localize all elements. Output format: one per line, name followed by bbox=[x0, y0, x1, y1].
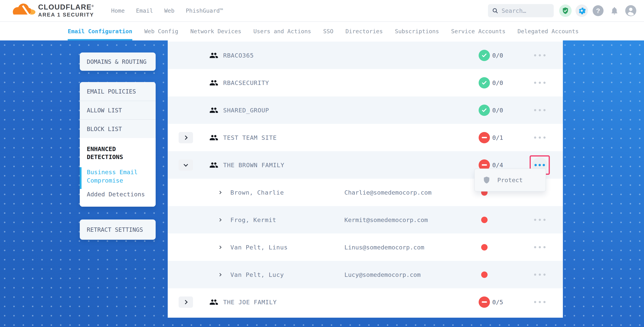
cloudflare-logo[interactable]: CLOUDFLARE® AREA 1 SECURITY bbox=[13, 3, 94, 18]
tab-service-accounts[interactable]: Service Accounts bbox=[451, 22, 506, 40]
nav-phishguard[interactable]: PhishGuard™ bbox=[186, 7, 223, 14]
status-blocked-icon bbox=[478, 132, 490, 143]
shield-check-icon[interactable] bbox=[559, 4, 572, 17]
more-menu-button[interactable] bbox=[530, 75, 550, 91]
chevron-right-icon[interactable] bbox=[218, 218, 222, 221]
collapse-row-button[interactable] bbox=[178, 159, 193, 171]
cloudflare-cloud-icon bbox=[13, 3, 36, 18]
tab-users-and-actions[interactable]: Users and Actions bbox=[253, 22, 311, 40]
group-icon bbox=[209, 133, 218, 142]
nav-web[interactable]: Web bbox=[164, 7, 174, 14]
expand-row-button[interactable] bbox=[178, 297, 193, 308]
sidebar-item-block-list[interactable]: BLOCK LIST bbox=[80, 119, 156, 138]
member-email: Lucy@somedemocorp.com bbox=[344, 271, 421, 278]
status-ok-icon bbox=[478, 77, 490, 88]
search-input[interactable] bbox=[502, 7, 544, 14]
sidebar-item-email-policies[interactable]: EMAIL POLICIES bbox=[80, 82, 156, 101]
shield-icon bbox=[482, 176, 491, 184]
status-blocked-icon bbox=[478, 297, 490, 308]
sidebar-item-domains-routing[interactable]: DOMAINS & ROUTING bbox=[80, 52, 156, 71]
tab-network-devices[interactable]: Network Devices bbox=[190, 22, 241, 40]
more-menu-button[interactable] bbox=[530, 294, 550, 310]
status-ok-icon bbox=[478, 50, 490, 61]
protection-count: 0/0 bbox=[492, 79, 503, 86]
top-bar: CLOUDFLARE® AREA 1 SECURITY Home Email W… bbox=[0, 0, 644, 22]
member-name: Frog, Kermit bbox=[230, 216, 276, 223]
group-name: TEST TEAM SITE bbox=[223, 134, 277, 141]
menu-item-protect[interactable]: Protect bbox=[497, 177, 523, 184]
settings-gear-icon[interactable] bbox=[576, 4, 588, 17]
table-row-rbaco365: RBACO365 0/0 bbox=[168, 42, 563, 69]
tab-email-configuration[interactable]: Email Configuration bbox=[68, 22, 132, 40]
more-menu-button[interactable] bbox=[530, 267, 550, 283]
search-box[interactable] bbox=[488, 4, 554, 17]
tab-directories[interactable]: Directories bbox=[345, 22, 383, 40]
member-email: Kermit@somedemocorp.com bbox=[344, 216, 428, 223]
protection-count: 0/0 bbox=[492, 107, 503, 114]
table-row-van-pelt-lucy: Van Pelt, Lucy Lucy@somedemocorp.com bbox=[168, 261, 563, 288]
group-icon bbox=[209, 298, 218, 307]
directory-table: RBACO365 0/0 RBACSECURITY 0/0 SHARED_GRO… bbox=[168, 40, 563, 318]
sidebar-policies-card: EMAIL POLICIES ALLOW LIST BLOCK LIST ENH… bbox=[80, 82, 156, 207]
tab-delegated-accounts[interactable]: Delegated Accounts bbox=[518, 22, 579, 40]
group-icon bbox=[209, 161, 218, 170]
brand-name: CLOUDFLARE® bbox=[38, 3, 94, 11]
chevron-right-icon[interactable] bbox=[218, 246, 222, 249]
group-icon bbox=[209, 51, 218, 60]
table-row-the-joe-family: THE JOE FAMILY 0/5 bbox=[168, 288, 563, 316]
nav-home[interactable]: Home bbox=[111, 7, 125, 14]
tab-sso[interactable]: SSO bbox=[323, 22, 333, 40]
status-ok-icon bbox=[478, 105, 490, 116]
chevron-right-icon[interactable] bbox=[218, 273, 222, 276]
product-name: AREA 1 SECURITY bbox=[38, 12, 94, 18]
page: CLOUDFLARE® AREA 1 SECURITY Home Email W… bbox=[0, 0, 644, 327]
sidebar-section-enhanced-detections: ENHANCED DETECTIONS Business Email Compr… bbox=[80, 138, 156, 207]
chevron-right-icon bbox=[183, 135, 188, 140]
tab-web-config[interactable]: Web Config bbox=[144, 22, 178, 40]
member-email: Charlie@somedemocorp.com bbox=[344, 189, 432, 196]
topbar-icon-cluster: ? bbox=[559, 4, 637, 17]
enhanced-detections-title[interactable]: ENHANCED DETECTIONS bbox=[87, 145, 149, 161]
table-row-shared-group: SHARED_GROUP 0/0 bbox=[168, 96, 563, 124]
registered-mark: ® bbox=[92, 4, 94, 7]
member-email: Linus@somedemocorp.com bbox=[344, 244, 424, 251]
section-tabs: Email Configuration Web Config Network D… bbox=[0, 22, 644, 40]
sidebar-item-added-detections[interactable]: Added Detections bbox=[87, 191, 149, 198]
active-item-indicator bbox=[80, 167, 82, 189]
content-area: DOMAINS & ROUTING EMAIL POLICIES ALLOW L… bbox=[0, 40, 644, 327]
help-icon[interactable]: ? bbox=[593, 5, 604, 16]
tab-subscriptions[interactable]: Subscriptions bbox=[395, 22, 439, 40]
chevron-down-icon bbox=[184, 162, 188, 167]
more-menu-button[interactable] bbox=[530, 48, 550, 63]
table-row-van-pelt-linus: Van Pelt, Linus Linus@somedemocorp.com bbox=[168, 234, 563, 261]
member-name: Van Pelt, Lucy bbox=[230, 271, 284, 278]
sidebar-item-business-email-compromise[interactable]: Business Email Compromise bbox=[87, 168, 149, 185]
more-menu-button[interactable] bbox=[530, 130, 550, 145]
table-row-frog-kermit: Frog, Kermit Kermit@somedemocorp.com bbox=[168, 206, 563, 234]
chevron-right-icon[interactable] bbox=[218, 191, 222, 194]
group-name: RBACO365 bbox=[223, 52, 254, 59]
nav-email[interactable]: Email bbox=[136, 7, 153, 14]
more-menu-button[interactable] bbox=[530, 212, 550, 228]
group-icon bbox=[209, 106, 218, 115]
group-name: THE JOE FAMILY bbox=[223, 299, 277, 306]
table-row-rbacsecurity: RBACSECURITY 0/0 bbox=[168, 69, 563, 96]
more-menu-button[interactable] bbox=[530, 102, 550, 118]
sidebar-item-allow-list[interactable]: ALLOW LIST bbox=[80, 101, 156, 119]
chevron-right-icon bbox=[183, 300, 188, 304]
group-name: RBACSECURITY bbox=[223, 79, 269, 86]
primary-nav: Home Email Web PhishGuard™ bbox=[111, 7, 223, 14]
more-menu-button[interactable] bbox=[530, 240, 550, 255]
expand-row-button[interactable] bbox=[178, 132, 193, 143]
sidebar-item-retract-settings[interactable]: RETRACT SETTINGS bbox=[80, 220, 156, 240]
user-avatar-icon[interactable] bbox=[624, 4, 637, 17]
table-row-test-team-site: TEST TEAM SITE 0/1 bbox=[168, 124, 563, 151]
status-dot bbox=[481, 271, 488, 278]
member-name: Van Pelt, Linus bbox=[230, 244, 288, 251]
context-menu: Protect bbox=[474, 169, 546, 192]
protection-count: 0/5 bbox=[492, 299, 503, 306]
protection-count: 0/1 bbox=[492, 134, 503, 141]
member-name: Brown, Charlie bbox=[230, 189, 284, 196]
protection-count: 0/0 bbox=[492, 52, 503, 59]
notifications-bell-icon[interactable] bbox=[608, 4, 621, 17]
